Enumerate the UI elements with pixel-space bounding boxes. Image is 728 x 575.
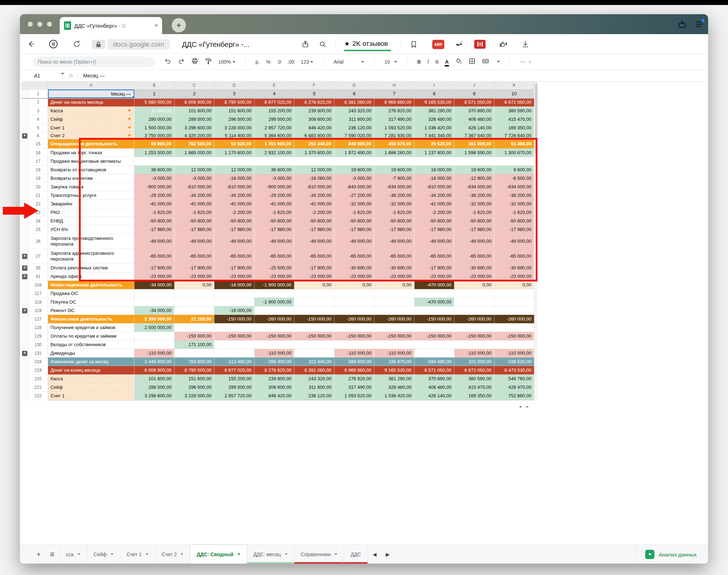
undo-icon[interactable] xyxy=(164,58,171,66)
grid-cell[interactable]: -65 000,00 xyxy=(414,249,455,264)
grid-cell[interactable]: 848 800,00 xyxy=(334,139,375,149)
grid-cell[interactable] xyxy=(294,323,334,332)
row-number[interactable]: 15 xyxy=(28,139,48,149)
row-label-cell[interactable]: Закупка товара xyxy=(48,183,134,191)
grid-cell[interactable]: -30 690,00 xyxy=(334,264,375,272)
grid-cell[interactable]: 288 500,00 xyxy=(175,115,215,124)
row-number[interactable]: 3 xyxy=(28,107,48,115)
grid-cell[interactable] xyxy=(414,349,455,358)
grid-cell[interactable]: 4 xyxy=(255,90,295,98)
grid-cell[interactable]: -2 200,00 xyxy=(414,208,455,217)
grid-cell[interactable]: 406 480,00 xyxy=(414,383,455,392)
grid-cell[interactable]: 0,00 xyxy=(334,281,375,289)
row-label-cell[interactable]: Зарплата производственного персонала xyxy=(48,234,134,249)
row-label-cell[interactable]: Касса xyxy=(48,375,134,383)
grid-cell[interactable]: 276 920,00 xyxy=(334,375,375,383)
grid-cell[interactable]: 8 278 620,00 xyxy=(294,98,334,107)
grid-cell[interactable]: 8 006 900,00 xyxy=(175,98,215,107)
grid-cell[interactable]: 3 xyxy=(214,90,255,98)
grid-cell[interactable]: -42 000,00 xyxy=(214,200,255,208)
grid-cell[interactable] xyxy=(414,323,455,332)
grid-cell[interactable] xyxy=(334,323,375,332)
grid-cell[interactable]: 5 114 400,00 xyxy=(214,132,255,139)
grid-cell[interactable]: -150 000,00 xyxy=(454,332,494,340)
grid-cell[interactable]: 169 350,00 xyxy=(494,124,535,132)
grid-cell[interactable]: -16 000,00 xyxy=(214,306,255,315)
grid-cell[interactable]: 19 600,00 xyxy=(334,166,375,174)
grid-cell[interactable] xyxy=(374,157,414,166)
grid-cell[interactable]: -49 000,00 xyxy=(255,234,295,249)
grid-cell[interactable]: -65 000,00 xyxy=(134,249,175,264)
row-label-cell[interactable]: Операционная деятельность xyxy=(48,139,134,149)
grid-cell[interactable] xyxy=(454,289,494,298)
grid-cell[interactable]: -150 000,00 xyxy=(214,332,255,340)
grid-cell[interactable]: 1 370 600,00 xyxy=(294,149,334,157)
grid-cell[interactable]: -25 500,00 xyxy=(255,264,295,272)
grid-cell[interactable]: 426 140,00 xyxy=(414,392,455,400)
grid-cell[interactable]: -38 200,00 xyxy=(454,191,494,200)
lock-icon[interactable] xyxy=(92,40,105,49)
row-number[interactable]: 128 xyxy=(28,323,48,332)
grid-cell[interactable]: -110 000,00 xyxy=(454,349,494,358)
grid-cell[interactable]: 8 571 050,00 xyxy=(454,98,494,107)
dropdown-triangle-icon[interactable] xyxy=(128,109,131,112)
grid-cell[interactable]: 19 600,00 xyxy=(454,166,494,174)
grid-cell[interactable]: -42 000,00 xyxy=(134,200,175,208)
format-percent-button[interactable]: % xyxy=(266,59,271,65)
grid-cell[interactable]: -110 000,00 xyxy=(134,349,175,358)
grid-cell[interactable]: -110 000,00 xyxy=(334,349,375,358)
grid-cell[interactable]: 61 480,00 xyxy=(494,139,535,149)
row-label-cell[interactable]: Экварийнг xyxy=(48,200,134,208)
menu-search-input[interactable]: Поиск по меню (Option+/) xyxy=(33,57,155,67)
grid-cell[interactable]: 1 300 670,00 xyxy=(494,149,535,157)
grid-cell[interactable]: -3 000,00 xyxy=(175,174,215,183)
grid-cell[interactable]: 8 381 060,00 xyxy=(294,366,334,375)
grid-cell[interactable]: 0,00 xyxy=(294,281,334,289)
grid-cell[interactable]: 415 470,00 xyxy=(494,115,535,124)
grid-cell[interactable]: 30 000,00 xyxy=(134,107,175,115)
grid-cell[interactable]: -65 000,00 xyxy=(454,249,494,264)
grid-cell[interactable] xyxy=(454,323,494,332)
grid-cell[interactable]: 25 520,00 xyxy=(414,139,455,149)
grid-cell[interactable]: -198 520,00 xyxy=(494,358,535,366)
grid-cell[interactable]: -29 200,00 xyxy=(134,191,175,200)
grid-cell[interactable]: -65 000,00 xyxy=(214,249,255,264)
browser-tab[interactable]: ДДС «Гутенберг» - G × xyxy=(60,17,162,34)
grid-cell[interactable]: -50 800,00 xyxy=(175,217,215,225)
row-label-cell[interactable]: Возвраты клиентам xyxy=(48,174,134,183)
row-number[interactable]: 116 xyxy=(28,281,48,289)
grid-cell[interactable]: 8 571 050,00 xyxy=(414,366,455,375)
grid-cell[interactable]: 311 600,00 xyxy=(294,383,334,392)
grid-cell[interactable]: 239 800,00 xyxy=(294,107,334,115)
sheet-tab-3[interactable]: Счет 1 xyxy=(120,545,155,564)
grid-cell[interactable]: 236 120,00 xyxy=(334,124,375,132)
grid-cell[interactable]: 3 296 600,00 xyxy=(175,124,215,132)
row-number[interactable]: 17 xyxy=(28,157,48,166)
grid-cell[interactable]: 8 790 500,00 xyxy=(175,366,215,375)
grid-cell[interactable]: -398 400,00 xyxy=(255,358,295,366)
grid-cell[interactable]: 155 200,00 xyxy=(214,375,255,383)
row-number[interactable]: 22 xyxy=(28,200,48,208)
back-icon[interactable] xyxy=(26,39,36,49)
grid-cell[interactable]: -23 000,00 xyxy=(414,272,455,281)
grid-cell[interactable] xyxy=(175,349,215,358)
grid-cell[interactable]: 2 932 100,00 xyxy=(255,149,295,157)
all-sheets-button[interactable]: ≡ xyxy=(46,545,59,564)
grid-cell[interactable]: -50 800,00 xyxy=(334,217,375,225)
grid-cell[interactable]: 12 000,00 xyxy=(175,166,215,174)
grid-cell[interactable] xyxy=(214,157,255,166)
print-icon[interactable] xyxy=(191,58,198,66)
grid-cell[interactable]: 3 228 000,00 xyxy=(175,392,215,400)
grid-cell[interactable]: 1 093 520,00 xyxy=(334,392,375,400)
grid-cell[interactable]: 9 600,00 xyxy=(494,166,535,174)
grid-cell[interactable] xyxy=(454,340,494,349)
grid-cell[interactable]: 2 500 000,00 xyxy=(134,323,175,332)
grid-cell[interactable]: 296 500,00 xyxy=(175,383,215,392)
grid-cell[interactable]: -38 200,00 xyxy=(494,191,535,200)
grid-cell[interactable]: -17 980,00 xyxy=(294,225,334,234)
grid-cell[interactable]: -34 000,00 xyxy=(134,281,175,289)
grid-cell[interactable]: -470 000,00 xyxy=(414,281,455,289)
sheet-tab-1[interactable]: cca xyxy=(59,545,87,564)
grid-cell[interactable]: -150 000,00 xyxy=(175,332,215,340)
grid-cell[interactable]: -260 000,00 xyxy=(255,315,295,323)
